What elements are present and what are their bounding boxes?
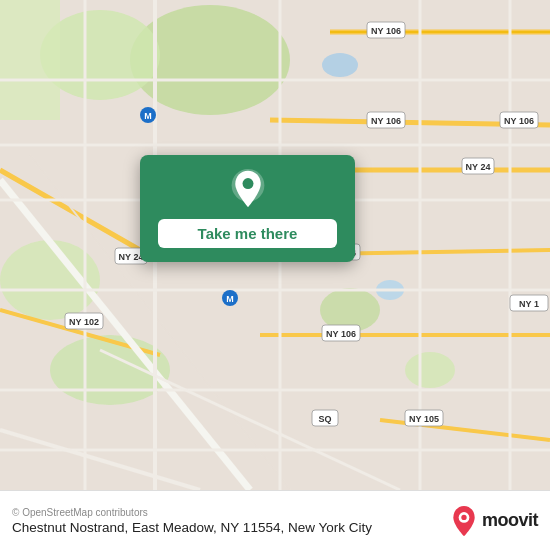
svg-text:NY 102: NY 102: [69, 317, 99, 327]
svg-text:NY 24: NY 24: [466, 162, 491, 172]
moovit-logo: moovit: [450, 505, 538, 537]
svg-point-7: [405, 352, 455, 388]
moovit-brand-text: moovit: [482, 510, 538, 531]
popup-card: Take me there: [140, 155, 355, 262]
svg-point-62: [242, 178, 253, 189]
svg-rect-3: [0, 0, 60, 120]
svg-text:M: M: [226, 294, 234, 304]
info-bar: © OpenStreetMap contributors Chestnut No…: [0, 490, 550, 550]
svg-text:NY 106: NY 106: [326, 329, 356, 339]
svg-text:NY 105: NY 105: [409, 414, 439, 424]
map-container: M M NY 106 NY 106 NY 24 NY 24 NY 106 NY …: [0, 0, 550, 490]
moovit-pin-icon: [450, 505, 478, 537]
svg-text:NY 106: NY 106: [371, 26, 401, 36]
take-me-there-button[interactable]: Take me there: [158, 219, 337, 248]
location-pin-icon: [228, 169, 268, 209]
info-text: © OpenStreetMap contributors Chestnut No…: [12, 507, 450, 535]
svg-text:NY 106: NY 106: [371, 116, 401, 126]
svg-text:SQ: SQ: [318, 414, 331, 424]
copyright-text: © OpenStreetMap contributors: [12, 507, 450, 518]
svg-text:NY 106: NY 106: [504, 116, 534, 126]
svg-text:M: M: [144, 111, 152, 121]
svg-point-64: [461, 514, 466, 519]
svg-text:NY 1: NY 1: [519, 299, 539, 309]
svg-point-8: [322, 53, 358, 77]
address-text: Chestnut Nostrand, East Meadow, NY 11554…: [12, 520, 450, 535]
